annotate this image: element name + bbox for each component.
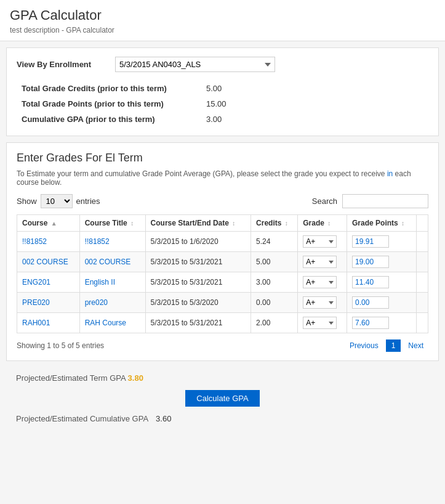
projected-term-value: 3.80 bbox=[128, 373, 143, 383]
stat-row: Total Grade Credits (prior to this term)… bbox=[17, 81, 428, 96]
grades-title: Enter Grades For El Term bbox=[17, 152, 428, 165]
pagination-row: Showing 1 to 5 of 5 entries Previous 1 N… bbox=[17, 339, 428, 352]
cell-actions bbox=[417, 293, 428, 313]
enrollment-select[interactable]: 5/3/2015 AN0403_ALS bbox=[115, 57, 275, 72]
view-by-label: View By Enrollment bbox=[17, 60, 115, 69]
sort-icon: ↕ bbox=[327, 220, 331, 227]
grades-table: Course ▲Course Title ↕Course Start/End D… bbox=[17, 214, 428, 333]
title-link[interactable]: pre020 bbox=[85, 298, 108, 307]
search-box: Search bbox=[312, 194, 428, 208]
course-link[interactable]: PRE020 bbox=[22, 298, 50, 307]
projected-section: Projected/Estimated Term GPA 3.80 Calcul… bbox=[6, 367, 439, 429]
col-header-grade[interactable]: Grade ↕ bbox=[298, 215, 347, 232]
grade-select[interactable]: A+AA-B+BB-C+CC-D+DD-FWI bbox=[303, 317, 337, 329]
grade-select[interactable]: A+AA-B+BB-C+CC-D+DD-FWI bbox=[303, 276, 337, 288]
stat-value: 3.00 bbox=[201, 112, 428, 127]
calculate-btn-wrap: Calculate GPA bbox=[16, 390, 429, 407]
col-header-credits[interactable]: Credits ↕ bbox=[251, 215, 298, 232]
cell-grade[interactable]: A+AA-B+BB-C+CC-D+DD-FWI bbox=[298, 293, 347, 313]
stat-row: Total Grade Points (prior to this term)1… bbox=[17, 96, 428, 112]
cell-course: PRE020 bbox=[17, 293, 80, 313]
col-header-course[interactable]: Course ▲ bbox=[17, 215, 80, 232]
grade-select[interactable]: A+AA-B+BB-C+CC-D+DD-FWI bbox=[303, 256, 337, 268]
cell-title: pre020 bbox=[79, 293, 145, 313]
grade-points-input[interactable] bbox=[352, 256, 389, 268]
grades-section: Enter Grades For El Term To Estimate you… bbox=[6, 142, 439, 361]
cell-date: 5/3/2015 to 5/31/2021 bbox=[145, 252, 251, 272]
grade-points-input[interactable] bbox=[352, 235, 389, 248]
col-header-title[interactable]: Course Title ↕ bbox=[79, 215, 145, 232]
cell-grade-points[interactable] bbox=[347, 313, 417, 333]
cell-credits: 5.24 bbox=[251, 232, 298, 252]
stat-value: 15.00 bbox=[201, 96, 428, 112]
table-controls: Show 102550100 entries Search bbox=[17, 194, 428, 208]
grade-select[interactable]: A+AA-B+BB-C+CC-D+DD-FWI bbox=[303, 296, 337, 309]
cell-credits: 5.00 bbox=[251, 252, 298, 272]
stat-label: Total Grade Points (prior to this term) bbox=[17, 96, 201, 112]
cumulative-label: Projected/Estimated Cumulative GPA bbox=[16, 414, 148, 423]
col-header-grade_points[interactable]: Grade Points ↕ bbox=[347, 215, 417, 232]
stat-value: 5.00 bbox=[201, 81, 428, 96]
projected-cumulative: Projected/Estimated Cumulative GPA 3.60 bbox=[16, 414, 429, 423]
title-link[interactable]: !!81852 bbox=[85, 237, 110, 246]
table-row: 002 COURSE002 COURSE5/3/2015 to 5/31/202… bbox=[17, 252, 428, 272]
stat-row: Cumulative GPA (prior to this term)3.00 bbox=[17, 112, 428, 127]
calculate-gpa-button[interactable]: Calculate GPA bbox=[185, 390, 259, 407]
cell-credits: 3.00 bbox=[251, 272, 298, 293]
col-header-actions bbox=[417, 215, 428, 232]
cell-title: RAH Course bbox=[79, 313, 145, 333]
cell-grade-points[interactable] bbox=[347, 252, 417, 272]
cell-grade-points[interactable] bbox=[347, 272, 417, 293]
cell-grade[interactable]: A+AA-B+BB-C+CC-D+DD-FWI bbox=[298, 313, 347, 333]
grade-select[interactable]: A+AA-B+BB-C+CC-D+DD-FWI bbox=[303, 235, 337, 248]
cell-grade[interactable]: A+AA-B+BB-C+CC-D+DD-FWI bbox=[298, 272, 347, 293]
cell-course: 002 COURSE bbox=[17, 252, 80, 272]
sort-icon: ↕ bbox=[130, 220, 134, 227]
pagination-controls: Previous 1 Next bbox=[345, 339, 428, 352]
cell-actions bbox=[417, 272, 428, 293]
cell-course: !!81852 bbox=[17, 232, 80, 252]
course-link[interactable]: RAH001 bbox=[22, 319, 50, 327]
page-title: GPA Calculator bbox=[10, 7, 435, 23]
table-row: ENG201English II5/3/2015 to 5/31/20213.0… bbox=[17, 272, 428, 293]
projected-term-label: Projected/Estimated Term GPA bbox=[16, 373, 126, 383]
course-link[interactable]: !!81852 bbox=[22, 237, 47, 246]
show-entries: Show 102550100 entries bbox=[17, 194, 100, 208]
page-1-button[interactable]: 1 bbox=[386, 339, 401, 352]
sort-icon: ▲ bbox=[51, 220, 57, 227]
cell-date: 5/3/2015 to 5/3/2020 bbox=[145, 293, 251, 313]
previous-button[interactable]: Previous bbox=[345, 340, 383, 351]
table-row: RAH001RAH Course5/3/2015 to 5/31/20212.0… bbox=[17, 313, 428, 333]
cell-grade[interactable]: A+AA-B+BB-C+CC-D+DD-FWI bbox=[298, 232, 347, 252]
sort-icon: ↕ bbox=[401, 220, 404, 227]
cell-course: RAH001 bbox=[17, 313, 80, 333]
cell-credits: 0.00 bbox=[251, 293, 298, 313]
title-link[interactable]: English II bbox=[85, 278, 115, 287]
cell-grade-points[interactable] bbox=[347, 232, 417, 252]
grade-points-input[interactable] bbox=[352, 296, 389, 309]
table-row: PRE020pre0205/3/2015 to 5/3/20200.00A+AA… bbox=[17, 293, 428, 313]
entries-select[interactable]: 102550100 bbox=[41, 194, 73, 208]
cell-course: ENG201 bbox=[17, 272, 80, 293]
title-link[interactable]: 002 COURSE bbox=[85, 258, 131, 266]
title-link[interactable]: RAH Course bbox=[85, 319, 126, 327]
cell-title: English II bbox=[79, 272, 145, 293]
sort-icon: ↕ bbox=[232, 220, 235, 227]
grade-points-input[interactable] bbox=[352, 317, 389, 329]
cell-date: 5/3/2015 to 5/31/2021 bbox=[145, 272, 251, 293]
course-link[interactable]: 002 COURSE bbox=[22, 258, 68, 266]
cell-grade-points[interactable] bbox=[347, 293, 417, 313]
cumulative-value: 3.60 bbox=[156, 414, 171, 423]
cell-date: 5/3/2015 to 1/6/2020 bbox=[145, 232, 251, 252]
grade-points-input[interactable] bbox=[352, 276, 389, 288]
cell-actions bbox=[417, 232, 428, 252]
cell-grade[interactable]: A+AA-B+BB-C+CC-D+DD-FWI bbox=[298, 252, 347, 272]
course-link[interactable]: ENG201 bbox=[22, 278, 50, 287]
cell-actions bbox=[417, 313, 428, 333]
projected-term: Projected/Estimated Term GPA 3.80 bbox=[16, 373, 429, 383]
page-header: GPA Calculator test description - GPA ca… bbox=[0, 0, 445, 41]
stats-table: Total Grade Credits (prior to this term)… bbox=[17, 81, 428, 127]
search-input[interactable] bbox=[342, 194, 428, 208]
col-header-date[interactable]: Course Start/End Date ↕ bbox=[145, 215, 251, 232]
next-button[interactable]: Next bbox=[403, 340, 428, 351]
